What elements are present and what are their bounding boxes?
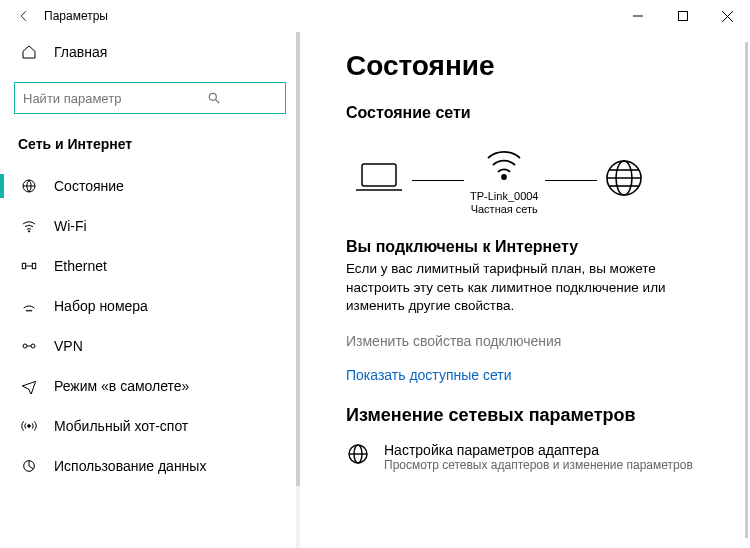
adapter-globe-icon [346,442,370,470]
sidebar-item-wifi[interactable]: Wi-Fi [0,206,300,246]
svg-point-20 [502,175,506,179]
sidebar-item-label: Мобильный хот-спот [54,418,188,434]
change-connection-props-link[interactable]: Изменить свойства подключения [346,333,732,349]
svg-line-5 [215,100,219,104]
dialup-icon [20,297,38,315]
adapter-settings-link[interactable]: Настройка параметров адаптера Просмотр с… [346,442,732,472]
connected-description: Если у вас лимитный тарифный план, вы мо… [346,260,716,315]
sidebar-item-hotspot[interactable]: Мобильный хот-спот [0,406,300,446]
sidebar-item-airplane[interactable]: Режим «в самолете» [0,366,300,406]
change-net-params-heading: Изменение сетевых параметров [346,405,732,426]
ethernet-icon [20,257,38,275]
minimize-button[interactable] [615,0,660,32]
show-available-networks-link[interactable]: Показать доступные сети [346,367,732,383]
connected-heading: Вы подключены к Интернету [346,238,732,256]
sidebar-item-label: Ethernet [54,258,107,274]
sidebar-item-status[interactable]: Состояние [0,166,300,206]
main-scrollbar[interactable] [745,42,748,538]
svg-rect-19 [362,164,396,186]
sidebar-item-label: Набор номера [54,298,148,314]
search-input[interactable]: Найти параметр [14,82,286,114]
sidebar-home[interactable]: Главная [0,32,300,72]
status-icon [20,177,38,195]
maximize-button[interactable] [660,0,705,32]
svg-rect-8 [22,263,25,268]
wifi-icon [20,217,38,235]
network-name: TP-Link_0004 [470,190,539,203]
close-button[interactable] [705,0,750,32]
window-title: Параметры [40,9,108,23]
home-icon [20,43,38,61]
vpn-icon [20,337,38,355]
sidebar-section: Сеть и Интернет [0,132,300,166]
svg-point-17 [28,425,31,428]
svg-point-15 [31,344,35,348]
hotspot-icon [20,417,38,435]
svg-point-7 [28,231,29,232]
sidebar-item-label: Состояние [54,178,124,194]
data-usage-icon [20,457,38,475]
search-icon [150,89,277,107]
net-status-heading: Состояние сети [346,104,732,122]
adapter-title: Настройка параметров адаптера [384,442,693,458]
sidebar-item-datausage[interactable]: Использование данных [0,446,300,486]
svg-point-11 [26,310,27,311]
sidebar-item-label: Wi-Fi [54,218,87,234]
sidebar-item-label: Режим «в самолете» [54,378,189,394]
network-type: Частная сеть [470,203,539,216]
airplane-icon [20,377,38,395]
sidebar-item-label: Использование данных [54,458,206,474]
adapter-desc: Просмотр сетевых адаптеров и изменение п… [384,458,693,472]
sidebar-item-dialup[interactable]: Набор номера [0,286,300,326]
svg-point-12 [28,310,29,311]
sidebar-item-label: VPN [54,338,83,354]
svg-point-13 [30,310,31,311]
network-diagram: TP-Link_0004 Частная сеть [346,140,732,220]
search-placeholder: Найти параметр [23,91,150,106]
back-button[interactable] [8,0,40,32]
svg-rect-9 [32,263,35,268]
svg-point-14 [23,344,27,348]
svg-rect-1 [678,12,687,21]
sidebar-home-label: Главная [54,44,107,60]
svg-point-4 [209,93,216,100]
sidebar-item-vpn[interactable]: VPN [0,326,300,366]
page-title: Состояние [346,50,732,82]
laptop-icon [352,158,406,202]
sidebar-item-ethernet[interactable]: Ethernet [0,246,300,286]
router-wifi-icon [482,170,526,187]
globe-icon [603,157,645,203]
